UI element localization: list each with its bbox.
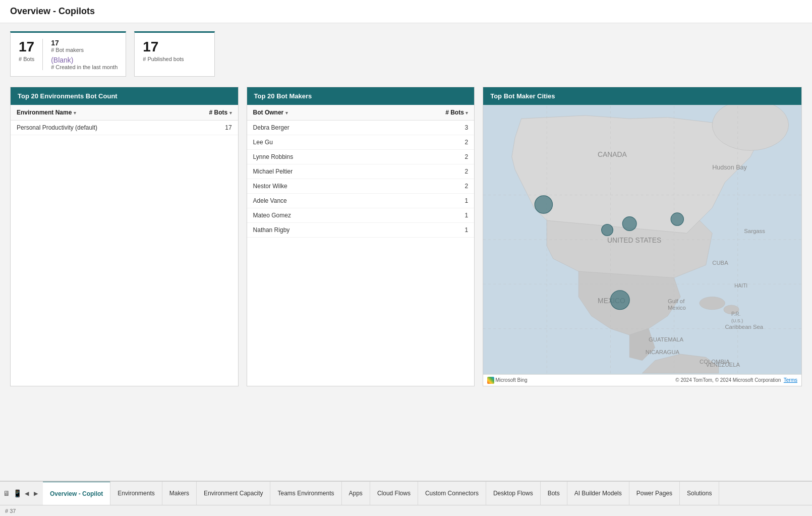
tab-environments[interactable]: Environments bbox=[110, 481, 162, 505]
tab-apps[interactable]: Apps bbox=[342, 481, 370, 505]
tablet-icon[interactable]: 📱 bbox=[13, 489, 22, 497]
bm-name-cell: Adele Vance bbox=[247, 194, 383, 208]
map-panel-header: Top Bot Maker Cities bbox=[483, 87, 801, 105]
env-name-cell: Personal Productivity (default) bbox=[11, 121, 176, 135]
sort-icon-bm2: ▾ bbox=[466, 110, 468, 116]
svg-text:Hudson Bay: Hudson Bay bbox=[712, 164, 747, 171]
tab-cloud-flows[interactable]: Cloud Flows bbox=[370, 481, 418, 505]
bm-count-cell: 2 bbox=[383, 179, 474, 194]
tab-makers[interactable]: Makers bbox=[162, 481, 197, 505]
svg-text:Caribbean Sea: Caribbean Sea bbox=[725, 324, 764, 330]
svg-text:COLOMBIA: COLOMBIA bbox=[700, 359, 730, 365]
svg-point-1 bbox=[700, 297, 725, 309]
env-count-cell: 17 bbox=[176, 121, 238, 135]
bot-makers-group: 17 # Bot makers (Blank) # Created in the… bbox=[51, 39, 118, 70]
svg-point-32 bbox=[611, 291, 630, 310]
bm-count-cell: 2 bbox=[383, 135, 474, 150]
bm-count-cell: 1 bbox=[383, 208, 474, 223]
tab-items-container: Overview - CopilotEnvironmentsMakersEnvi… bbox=[43, 481, 812, 505]
divider bbox=[42, 39, 43, 70]
map-terms-link[interactable]: Terms bbox=[784, 377, 797, 383]
botmakers-panel-body: Bot Owner ▾ # Bots ▾ Debra Berger3Lee Gu… bbox=[247, 105, 475, 238]
summary-card-published: 17 # Published bots bbox=[134, 31, 215, 77]
svg-text:GUATEMALA: GUATEMALA bbox=[649, 336, 684, 342]
tab-bar-left: 🖥 📱 ◀ ▶ bbox=[0, 489, 43, 498]
map-svg: CANADA UNITED STATES MEXICO Hudson Bay G… bbox=[483, 105, 801, 374]
tab-power-pages[interactable]: Power Pages bbox=[629, 481, 680, 505]
svg-text:Mexico: Mexico bbox=[668, 305, 686, 311]
bm-name-cell: Lynne Robbins bbox=[247, 150, 383, 164]
map-copyright: © 2024 TomTom, © 2024 Microsoft Corporat… bbox=[675, 377, 797, 383]
svg-text:CANADA: CANADA bbox=[598, 150, 627, 158]
bm-count-cell: 2 bbox=[383, 164, 474, 179]
bots-value: 17 bbox=[19, 39, 34, 55]
svg-text:NICARAGUA: NICARAGUA bbox=[646, 349, 680, 355]
blank-label: # Created in the last month bbox=[51, 64, 118, 70]
tab-environment-capacity[interactable]: Environment Capacity bbox=[197, 481, 270, 505]
tab-prev-btn[interactable]: ◀ bbox=[23, 489, 31, 498]
table-row: Mateo Gomez1 bbox=[247, 208, 475, 223]
monitor-icon[interactable]: 🖥 bbox=[3, 489, 10, 497]
bm-count-cell: 2 bbox=[383, 150, 474, 164]
tab-bar: 🖥 📱 ◀ ▶ Overview - CopilotEnvironmentsMa… bbox=[0, 481, 812, 505]
svg-point-28 bbox=[535, 196, 552, 213]
svg-text:Sargass: Sargass bbox=[744, 228, 765, 234]
map-panel: Top Bot Maker Cities bbox=[483, 87, 802, 386]
botmakers-table: Bot Owner ▾ # Bots ▾ Debra Berger3Lee Gu… bbox=[247, 105, 475, 238]
blank-value: (Blank) bbox=[51, 56, 118, 64]
page-count: # 37 bbox=[5, 508, 16, 514]
charts-row: Top 20 Environments Bot Count Environmen… bbox=[10, 87, 802, 386]
bm-name-cell: Lee Gu bbox=[247, 135, 383, 150]
tab-overview-copilot[interactable]: Overview - Copilot bbox=[43, 481, 110, 505]
bot-makers-item: 17 # Bot makers bbox=[51, 39, 118, 53]
env-table: Environment Name ▾ # Bots ▾ Personal Pro… bbox=[11, 105, 238, 135]
tab-custom-connectors[interactable]: Custom Connectors bbox=[418, 481, 486, 505]
env-col2-header[interactable]: # Bots ▾ bbox=[176, 105, 238, 121]
tab-next-btn[interactable]: ▶ bbox=[32, 489, 40, 498]
bm-count-cell: 1 bbox=[383, 194, 474, 208]
bottom-bar: # 37 bbox=[0, 505, 812, 516]
sort-icon-env: ▾ bbox=[74, 110, 76, 116]
summary-card-combined: 17 # Bots 17 # Bot makers (Blank) # Crea… bbox=[10, 31, 126, 77]
svg-point-31 bbox=[671, 213, 683, 225]
main-content: 17 # Bots 17 # Bot makers (Blank) # Crea… bbox=[0, 23, 812, 481]
table-row: Adele Vance1 bbox=[247, 194, 475, 208]
blank-item: (Blank) # Created in the last month bbox=[51, 56, 118, 70]
bm-name-cell: Michael Peltier bbox=[247, 164, 383, 179]
tab-desktop-flows[interactable]: Desktop Flows bbox=[486, 481, 541, 505]
env-panel: Top 20 Environments Bot Count Environmen… bbox=[10, 87, 239, 386]
env-panel-header: Top 20 Environments Bot Count bbox=[11, 87, 238, 105]
svg-point-30 bbox=[622, 217, 636, 231]
svg-text:CUBA: CUBA bbox=[712, 260, 728, 266]
bm-name-cell: Nathan Rigby bbox=[247, 223, 383, 238]
table-row: Nestor Wilke2 bbox=[247, 179, 475, 194]
map-footer: Microsoft Bing © 2024 TomTom, © 2024 Mic… bbox=[483, 374, 801, 386]
env-col1-header[interactable]: Environment Name ▾ bbox=[11, 105, 176, 121]
tab-teams-environments[interactable]: Teams Environments bbox=[270, 481, 341, 505]
map-panel-title: Top Bot Maker Cities bbox=[490, 92, 555, 100]
map-brand: Microsoft Bing bbox=[495, 377, 527, 383]
bm-col2-header[interactable]: # Bots ▾ bbox=[383, 105, 474, 121]
device-icons: 🖥 📱 bbox=[3, 489, 22, 497]
bots-label: # Bots bbox=[19, 56, 34, 62]
bm-name-cell: Nestor Wilke bbox=[247, 179, 383, 194]
svg-text:P.R.: P.R. bbox=[731, 311, 740, 317]
bm-name-cell: Debra Berger bbox=[247, 121, 383, 135]
sort-icon-env2: ▾ bbox=[229, 110, 232, 116]
table-row: Personal Productivity (default)17 bbox=[11, 121, 238, 135]
tab-bots[interactable]: Bots bbox=[541, 481, 567, 505]
svg-text:(U.S.): (U.S.) bbox=[731, 318, 743, 323]
tab-solutions[interactable]: Solutions bbox=[680, 481, 719, 505]
published-bots-metric: 17 # Published bots bbox=[143, 39, 206, 62]
bm-col1-header[interactable]: Bot Owner ▾ bbox=[247, 105, 383, 121]
map-footer-logo: Microsoft Bing bbox=[487, 377, 527, 384]
bot-makers-value: 17 bbox=[51, 39, 118, 47]
map-container: CANADA UNITED STATES MEXICO Hudson Bay G… bbox=[483, 105, 801, 374]
summary-row: 17 # Bots 17 # Bot makers (Blank) # Crea… bbox=[10, 31, 802, 77]
table-row: Nathan Rigby1 bbox=[247, 223, 475, 238]
page-title: Overview - Copilots bbox=[10, 6, 95, 16]
bm-name-cell: Mateo Gomez bbox=[247, 208, 383, 223]
table-row: Michael Peltier2 bbox=[247, 164, 475, 179]
page-header: Overview - Copilots bbox=[0, 0, 812, 23]
tab-ai-builder-models[interactable]: AI Builder Models bbox=[567, 481, 629, 505]
